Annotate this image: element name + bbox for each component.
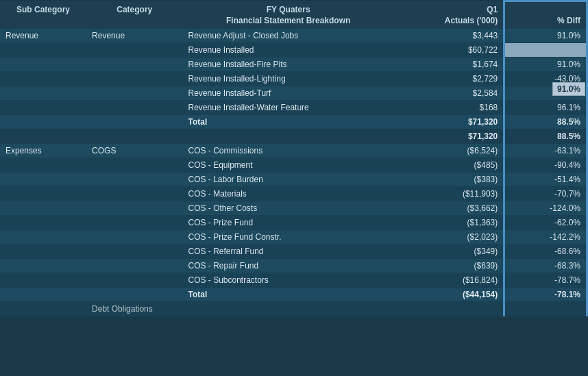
cat-cell	[86, 42, 182, 57]
financial-table: Sub Category Category FY Quaters Q1 Fina…	[0, 0, 588, 316]
table-cell: ($6,524)	[394, 143, 504, 158]
table-cell: COS - Prize Fund Constr.	[182, 229, 393, 244]
table-cell: COS - Labor Burden	[182, 172, 393, 186]
total-cell	[86, 114, 182, 129]
breakdown-cell: Revenue Installed-Turf	[182, 86, 393, 100]
grand-total-cell	[0, 129, 86, 143]
header-fyquarters: FY Quaters	[182, 1, 393, 15]
table-cell: -62.0%	[504, 215, 587, 229]
table-cell	[0, 201, 86, 215]
total-cell	[0, 114, 86, 129]
table-cell: -90.4%	[504, 158, 587, 172]
table-cell	[0, 186, 86, 201]
table-cell: COS - Other Costs	[182, 201, 393, 215]
header-cat: Category	[86, 1, 182, 15]
table-cell: -142.2%	[504, 229, 587, 244]
table-cell: -70.7%	[504, 186, 587, 201]
header-breakdown: Financial Statement Breakdown	[182, 15, 393, 29]
financial-table-wrapper: Sub Category Category FY Quaters Q1 Fina…	[0, 0, 588, 376]
table-cell: ($2,023)	[394, 229, 504, 244]
table-cell: COS - Equipment	[182, 158, 393, 172]
subcat-cell: Revenue	[0, 29, 86, 43]
table-cell: -68.6%	[504, 244, 587, 258]
actuals-cell: $3,443	[394, 29, 504, 43]
table-cell: -63.1%	[504, 143, 587, 158]
subcat-cell	[0, 71, 86, 86]
partial-row-cell	[394, 301, 504, 316]
header-pctdiff: % Diff	[504, 15, 587, 29]
table-cell: COS - Commissions	[182, 143, 393, 158]
table-cell: -68.3%	[504, 258, 587, 273]
pct-cell: 114.1%	[504, 86, 587, 100]
cat-cell	[86, 57, 182, 71]
partial-row-cell	[182, 301, 393, 316]
pct-cell	[504, 42, 587, 57]
subcat-cell	[0, 86, 86, 100]
total-cell: Total	[182, 287, 393, 301]
grand-total-cell	[86, 129, 182, 143]
table-cell: COS - Repair Fund	[182, 258, 393, 273]
pct-cell: 96.1%	[504, 100, 587, 114]
table-cell	[86, 244, 182, 258]
actuals-cell: $60,722	[394, 42, 504, 57]
grand-total-cell	[182, 129, 393, 143]
cat-cell	[86, 100, 182, 114]
table-cell: ($383)	[394, 172, 504, 186]
table-cell	[86, 229, 182, 244]
table-cell: ($349)	[394, 244, 504, 258]
actuals-cell: $2,584	[394, 86, 504, 100]
breakdown-cell: Revenue Adjust - Closed Jobs	[182, 29, 393, 43]
pct-cell: -43.0%	[504, 71, 587, 86]
table-cell	[86, 201, 182, 215]
table-cell	[0, 158, 86, 172]
cat-cell: Revenue	[86, 29, 182, 43]
table-cell: ($639)	[394, 258, 504, 273]
table-cell: -78.7%	[504, 273, 587, 287]
total-cell: 88.5%	[504, 114, 587, 129]
pct-cell: 91.0%	[504, 57, 587, 71]
cat-cell	[86, 71, 182, 86]
table-cell	[86, 215, 182, 229]
table-cell: ($11,903)	[394, 186, 504, 201]
total-cell: $71,320	[394, 114, 504, 129]
grand-total-cell: $71,320	[394, 129, 504, 143]
table-cell	[86, 258, 182, 273]
table-cell: COS - Referral Fund	[182, 244, 393, 258]
subcat-cell	[0, 100, 86, 114]
table-cell	[0, 215, 86, 229]
breakdown-cell: Revenue Installed-Water Feature	[182, 100, 393, 114]
actuals-cell: $2,729	[394, 71, 504, 86]
table-cell	[86, 273, 182, 287]
table-cell: ($1,363)	[394, 215, 504, 229]
table-cell: COGS	[86, 143, 182, 158]
breakdown-cell: Revenue Installed-Fire Pits	[182, 57, 393, 71]
partial-row-cell: Debt Obligations	[86, 301, 182, 316]
table-cell	[0, 244, 86, 258]
partial-row-cell	[0, 301, 86, 316]
table-cell: COS - Prize Fund	[182, 215, 393, 229]
actuals-cell: $1,674	[394, 57, 504, 71]
table-cell: COS - Materials	[182, 186, 393, 201]
table-cell	[86, 186, 182, 201]
table-cell: -124.0%	[504, 201, 587, 215]
header-q1: Q1	[394, 1, 504, 15]
table-cell: ($3,662)	[394, 201, 504, 215]
grand-total-cell: 88.5%	[504, 129, 587, 143]
table-cell	[86, 158, 182, 172]
table-cell	[86, 172, 182, 186]
breakdown-cell: Revenue Installed-Lighting	[182, 71, 393, 86]
header-subcat2	[0, 15, 86, 29]
total-cell: ($44,154)	[394, 287, 504, 301]
total-cell: -78.1%	[504, 287, 587, 301]
total-cell: Total	[182, 114, 393, 129]
header-actuals: Actuals ('000)	[394, 15, 504, 29]
subcat-cell	[0, 42, 86, 57]
header-subcat: Sub Category	[0, 1, 86, 15]
header-pctdiff-empty	[504, 1, 587, 15]
table-cell: Expenses	[0, 143, 86, 158]
total-cell	[86, 287, 182, 301]
table-cell: COS - Subcontractors	[182, 273, 393, 287]
table-cell	[0, 258, 86, 273]
pct-cell: 91.0%	[504, 29, 587, 43]
table-cell	[0, 229, 86, 244]
